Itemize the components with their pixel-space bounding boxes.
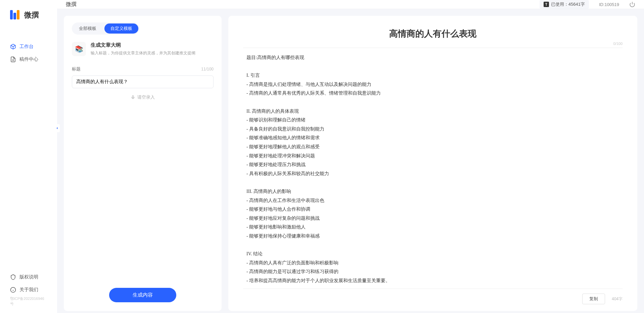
template-tabs: 全部模板 自定义模板 xyxy=(72,22,139,35)
document-icon xyxy=(10,56,16,62)
nav-drafts[interactable]: 稿件中心 xyxy=(0,53,57,66)
collapse-toggle[interactable] xyxy=(54,124,60,132)
template-desc: 输入标题，为你提供文章主体的灵感，并为其创建推文提纲 xyxy=(91,50,195,56)
sidebar: 微撰 工作台 稿件中心 版权说明 xyxy=(0,0,57,313)
mic-icon xyxy=(131,95,135,100)
user-id: ID:100519 xyxy=(599,2,619,7)
nav-workbench[interactable]: 工作台 xyxy=(0,40,57,53)
nav-label: 工作台 xyxy=(19,44,34,50)
info-icon xyxy=(10,287,16,293)
field-char-count: 11/100 xyxy=(201,67,214,71)
output-body: 题目:高情商的人有哪些表现 I. 引言 - 高情商是指人们处理情绪、与他人互动以… xyxy=(236,53,629,289)
brand-text: 微撰 xyxy=(24,10,39,20)
shield-icon xyxy=(10,274,16,280)
cube-icon xyxy=(10,44,16,50)
text-icon: T xyxy=(544,2,549,7)
title-input[interactable] xyxy=(72,75,214,88)
config-panel: 全部模板 自定义模板 📚 生成文章大纲 输入标题，为你提供文章主体的灵感，并为其… xyxy=(64,16,222,311)
usage-badge: T 已使用：45641字 xyxy=(540,0,589,9)
nav-label: 版权说明 xyxy=(19,274,38,280)
nav-label: 稿件中心 xyxy=(19,56,38,62)
icp-text: 鄂ICP备2022016946号 xyxy=(0,296,57,306)
voice-label: 请空录入 xyxy=(137,94,155,100)
logo: 微撰 xyxy=(0,10,57,40)
usage-text: 已使用：45641字 xyxy=(551,1,585,7)
template-title: 生成文章大纲 xyxy=(91,42,195,48)
voice-input-row[interactable]: 请空录入 xyxy=(72,94,214,100)
logo-mark xyxy=(10,10,21,20)
nav-copyright[interactable]: 版权说明 xyxy=(0,271,57,283)
tab-all-templates[interactable]: 全部模板 xyxy=(73,23,102,34)
output-title: 高情商的人有什么表现 xyxy=(236,28,629,40)
nav-label: 关于我们 xyxy=(19,287,38,293)
field-label: 标题 xyxy=(72,66,81,72)
nav: 工作台 稿件中心 xyxy=(0,40,57,271)
header-title: 微撰 xyxy=(66,1,77,8)
power-icon[interactable] xyxy=(629,1,635,7)
header: 微撰 T 已使用：45641字 ID:100519 xyxy=(57,0,644,9)
nav-about[interactable]: 关于我们 xyxy=(0,283,57,296)
output-panel: 高情商的人有什么表现 0/100 题目:高情商的人有哪些表现 I. 引言 - 高… xyxy=(228,16,637,311)
template-card: 📚 生成文章大纲 输入标题，为你提供文章主体的灵感，并为其创建推文提纲 xyxy=(72,42,214,56)
output-top-count: 0/100 xyxy=(243,42,623,48)
books-icon: 📚 xyxy=(72,42,86,56)
generate-button[interactable]: 生成内容 xyxy=(109,288,176,302)
output-char-count: 404字 xyxy=(612,296,623,302)
copy-button[interactable]: 复制 xyxy=(582,294,605,304)
chevron-left-icon xyxy=(55,126,59,130)
svg-rect-1 xyxy=(132,96,134,98)
tab-custom-templates[interactable]: 自定义模板 xyxy=(104,23,138,34)
